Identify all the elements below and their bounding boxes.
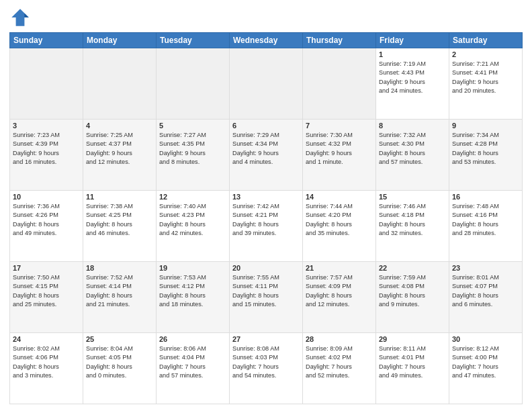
- week-row-4: 17Sunrise: 7:50 AM Sunset: 4:15 PM Dayli…: [10, 262, 523, 333]
- day-number: 24: [13, 335, 80, 343]
- day-number: 10: [13, 193, 80, 201]
- day-info: Sunrise: 7:30 AM Sunset: 4:32 PM Dayligh…: [306, 131, 373, 167]
- day-number: 3: [13, 122, 80, 130]
- day-info: Sunrise: 7:29 AM Sunset: 4:34 PM Dayligh…: [232, 131, 300, 167]
- day-number: 14: [306, 193, 373, 201]
- day-info: Sunrise: 7:44 AM Sunset: 4:20 PM Dayligh…: [306, 202, 373, 238]
- day-info: Sunrise: 7:52 AM Sunset: 4:14 PM Dayligh…: [86, 273, 153, 309]
- calendar-cell: 21Sunrise: 7:57 AM Sunset: 4:09 PM Dayli…: [303, 262, 376, 333]
- calendar-cell: 3Sunrise: 7:23 AM Sunset: 4:39 PM Daylig…: [10, 120, 83, 191]
- day-number: 27: [232, 335, 300, 343]
- day-number: 20: [232, 264, 300, 272]
- calendar-cell: [83, 48, 157, 120]
- day-number: 4: [86, 122, 153, 130]
- calendar-cell: 7Sunrise: 7:30 AM Sunset: 4:32 PM Daylig…: [303, 120, 376, 191]
- calendar-cell: [303, 48, 376, 120]
- day-number: 13: [232, 193, 300, 201]
- weekday-header-friday: Friday: [376, 33, 449, 48]
- day-number: 29: [379, 335, 446, 343]
- day-number: 26: [159, 335, 226, 343]
- weekday-header-wednesday: Wednesday: [230, 33, 303, 48]
- calendar-cell: 6Sunrise: 7:29 AM Sunset: 4:34 PM Daylig…: [230, 120, 303, 191]
- calendar-cell: 17Sunrise: 7:50 AM Sunset: 4:15 PM Dayli…: [10, 262, 83, 333]
- calendar-cell: 13Sunrise: 7:42 AM Sunset: 4:21 PM Dayli…: [230, 191, 303, 262]
- day-info: Sunrise: 7:55 AM Sunset: 4:11 PM Dayligh…: [232, 273, 300, 309]
- day-info: Sunrise: 7:48 AM Sunset: 4:16 PM Dayligh…: [452, 202, 519, 238]
- calendar-table: SundayMondayTuesdayWednesdayThursdayFrid…: [9, 32, 523, 404]
- weekday-header-thursday: Thursday: [303, 33, 376, 48]
- week-row-5: 24Sunrise: 8:02 AM Sunset: 4:06 PM Dayli…: [10, 333, 523, 404]
- day-number: 22: [379, 264, 446, 272]
- day-info: Sunrise: 7:25 AM Sunset: 4:37 PM Dayligh…: [86, 131, 153, 167]
- calendar-cell: 30Sunrise: 8:12 AM Sunset: 4:00 PM Dayli…: [449, 333, 523, 404]
- day-number: 9: [452, 122, 519, 130]
- day-info: Sunrise: 7:42 AM Sunset: 4:21 PM Dayligh…: [232, 202, 300, 238]
- day-info: Sunrise: 8:01 AM Sunset: 4:07 PM Dayligh…: [452, 273, 519, 309]
- header: [9, 7, 523, 28]
- calendar-cell: 26Sunrise: 8:06 AM Sunset: 4:04 PM Dayli…: [157, 333, 230, 404]
- day-info: Sunrise: 7:53 AM Sunset: 4:12 PM Dayligh…: [159, 273, 226, 309]
- calendar-cell: 16Sunrise: 7:48 AM Sunset: 4:16 PM Dayli…: [449, 191, 523, 262]
- day-info: Sunrise: 8:08 AM Sunset: 4:03 PM Dayligh…: [232, 345, 300, 380]
- day-info: Sunrise: 8:09 AM Sunset: 4:02 PM Dayligh…: [306, 345, 373, 380]
- day-info: Sunrise: 8:12 AM Sunset: 4:00 PM Dayligh…: [452, 345, 519, 380]
- day-info: Sunrise: 7:34 AM Sunset: 4:28 PM Dayligh…: [452, 131, 519, 167]
- day-number: 11: [86, 193, 153, 201]
- day-info: Sunrise: 7:23 AM Sunset: 4:39 PM Dayligh…: [13, 131, 80, 167]
- day-info: Sunrise: 7:40 AM Sunset: 4:23 PM Dayligh…: [159, 202, 226, 238]
- day-info: Sunrise: 7:57 AM Sunset: 4:09 PM Dayligh…: [306, 273, 373, 309]
- day-info: Sunrise: 7:38 AM Sunset: 4:25 PM Dayligh…: [86, 202, 153, 238]
- calendar-cell: [230, 48, 303, 120]
- calendar-cell: 14Sunrise: 7:44 AM Sunset: 4:20 PM Dayli…: [303, 191, 376, 262]
- day-number: 7: [306, 122, 373, 130]
- calendar-cell: 24Sunrise: 8:02 AM Sunset: 4:06 PM Dayli…: [10, 333, 83, 404]
- day-info: Sunrise: 8:04 AM Sunset: 4:05 PM Dayligh…: [86, 345, 153, 380]
- day-number: 1: [379, 50, 446, 58]
- day-number: 17: [13, 264, 80, 272]
- logo: [9, 7, 34, 28]
- calendar-cell: [157, 48, 230, 120]
- weekday-header-saturday: Saturday: [449, 33, 523, 48]
- weekday-header-sunday: Sunday: [10, 33, 83, 48]
- day-number: 15: [379, 193, 446, 201]
- day-info: Sunrise: 8:02 AM Sunset: 4:06 PM Dayligh…: [13, 345, 80, 380]
- day-number: 25: [86, 335, 153, 343]
- calendar-cell: 12Sunrise: 7:40 AM Sunset: 4:23 PM Dayli…: [157, 191, 230, 262]
- day-number: 5: [159, 122, 226, 130]
- day-info: Sunrise: 7:27 AM Sunset: 4:35 PM Dayligh…: [159, 131, 226, 167]
- day-number: 28: [306, 335, 373, 343]
- weekday-header-row: SundayMondayTuesdayWednesdayThursdayFrid…: [10, 33, 523, 48]
- week-row-1: 1Sunrise: 7:19 AM Sunset: 4:43 PM Daylig…: [10, 48, 523, 120]
- day-number: 19: [159, 264, 226, 272]
- day-info: Sunrise: 7:32 AM Sunset: 4:30 PM Dayligh…: [379, 131, 446, 167]
- day-info: Sunrise: 7:19 AM Sunset: 4:43 PM Dayligh…: [379, 60, 446, 95]
- calendar-cell: 11Sunrise: 7:38 AM Sunset: 4:25 PM Dayli…: [83, 191, 157, 262]
- calendar-cell: 23Sunrise: 8:01 AM Sunset: 4:07 PM Dayli…: [449, 262, 523, 333]
- calendar-cell: 1Sunrise: 7:19 AM Sunset: 4:43 PM Daylig…: [376, 48, 449, 120]
- day-info: Sunrise: 7:50 AM Sunset: 4:15 PM Dayligh…: [13, 273, 80, 309]
- day-number: 30: [452, 335, 519, 343]
- weekday-header-monday: Monday: [83, 33, 157, 48]
- day-number: 16: [452, 193, 519, 201]
- calendar-cell: 19Sunrise: 7:53 AM Sunset: 4:12 PM Dayli…: [157, 262, 230, 333]
- calendar-cell: 25Sunrise: 8:04 AM Sunset: 4:05 PM Dayli…: [83, 333, 157, 404]
- calendar-cell: 18Sunrise: 7:52 AM Sunset: 4:14 PM Dayli…: [83, 262, 157, 333]
- day-info: Sunrise: 8:06 AM Sunset: 4:04 PM Dayligh…: [159, 345, 226, 380]
- calendar-cell: [10, 48, 83, 120]
- page: SundayMondayTuesdayWednesdayThursdayFrid…: [0, 0, 532, 411]
- day-number: 18: [86, 264, 153, 272]
- day-number: 12: [159, 193, 226, 201]
- calendar-cell: 27Sunrise: 8:08 AM Sunset: 4:03 PM Dayli…: [230, 333, 303, 404]
- calendar-cell: 10Sunrise: 7:36 AM Sunset: 4:26 PM Dayli…: [10, 191, 83, 262]
- calendar-cell: 2Sunrise: 7:21 AM Sunset: 4:41 PM Daylig…: [449, 48, 523, 120]
- calendar-cell: 28Sunrise: 8:09 AM Sunset: 4:02 PM Dayli…: [303, 333, 376, 404]
- calendar-cell: 4Sunrise: 7:25 AM Sunset: 4:37 PM Daylig…: [83, 120, 157, 191]
- calendar-cell: 15Sunrise: 7:46 AM Sunset: 4:18 PM Dayli…: [376, 191, 449, 262]
- day-info: Sunrise: 7:36 AM Sunset: 4:26 PM Dayligh…: [13, 202, 80, 238]
- day-number: 8: [379, 122, 446, 130]
- day-number: 21: [306, 264, 373, 272]
- calendar-cell: 9Sunrise: 7:34 AM Sunset: 4:28 PM Daylig…: [449, 120, 523, 191]
- day-info: Sunrise: 7:46 AM Sunset: 4:18 PM Dayligh…: [379, 202, 446, 238]
- day-number: 23: [452, 264, 519, 272]
- day-info: Sunrise: 7:21 AM Sunset: 4:41 PM Dayligh…: [452, 60, 519, 95]
